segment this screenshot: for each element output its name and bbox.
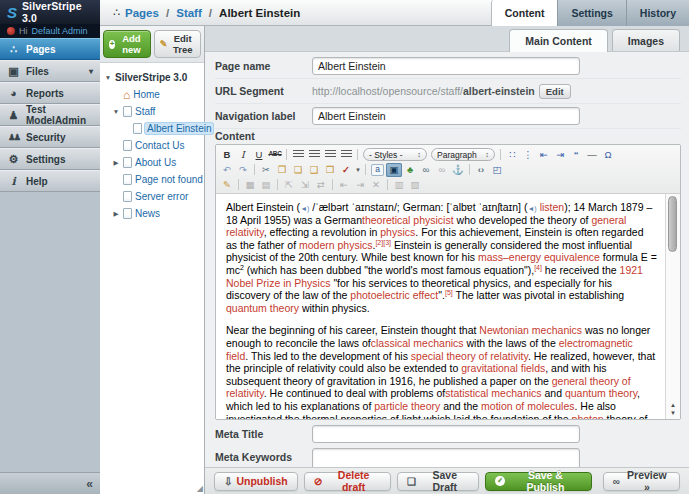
format-dropdown[interactable]: Paragraph ↕ xyxy=(431,148,495,161)
save-publish-button[interactable]: ✓ Save & Publish xyxy=(485,472,591,491)
page-name-input[interactable] xyxy=(312,57,580,75)
tree-item-about-us[interactable]: ▶ About Us xyxy=(102,154,202,171)
ordered-list-icon[interactable]: ⋮ xyxy=(520,148,536,162)
scroll-down-icon[interactable]: ▼ xyxy=(666,410,680,416)
sidebar-item-help[interactable]: i Help xyxy=(0,170,100,192)
edit-tree-button[interactable]: ✎ Edit Tree xyxy=(154,30,201,58)
link-icon[interactable]: ∞ xyxy=(418,163,434,177)
tree-item-server-error[interactable]: Server error xyxy=(102,188,202,205)
insert-col-before-icon[interactable]: ⇤ xyxy=(336,178,352,192)
edit-form-icon[interactable]: ✎ xyxy=(219,178,235,192)
paste-text-icon[interactable]: ❑ xyxy=(306,163,322,177)
paste-word-icon[interactable]: ❒ xyxy=(322,163,338,177)
align-right-icon[interactable] xyxy=(322,148,338,162)
tree-collapse-arrow-icon[interactable]: ▶ xyxy=(112,210,120,218)
paste-icon[interactable]: ❏ xyxy=(290,163,306,177)
special-char-icon[interactable]: Ω xyxy=(600,148,616,162)
separator[interactable] xyxy=(277,179,278,190)
save-draft-button[interactable]: ❏ Save Draft xyxy=(397,472,479,491)
insert-media-icon[interactable]: ▣ xyxy=(386,163,402,177)
tree-item-page-not-found[interactable]: Page not found xyxy=(102,171,202,188)
spellcheck-icon[interactable]: ✓ xyxy=(338,163,354,177)
anchor-icon[interactable]: ⚓ xyxy=(450,163,466,177)
tree-item-home[interactable]: ⌂ Home xyxy=(102,86,202,103)
styles-dropdown[interactable]: - Styles - ↕ xyxy=(363,148,427,161)
breadcrumb-link-staff[interactable]: Staff xyxy=(176,7,202,19)
insert-row-after-icon[interactable]: ⇲ xyxy=(297,178,313,192)
italic-icon[interactable]: I xyxy=(235,148,251,162)
subtab-main-content[interactable]: Main Content xyxy=(509,29,608,52)
copy-icon[interactable]: ❐ xyxy=(274,163,290,177)
undo-icon[interactable]: ↶ xyxy=(219,163,235,177)
bold-icon[interactable]: B xyxy=(219,148,235,162)
meta-keywords-input[interactable] xyxy=(312,448,580,467)
scroll-up-icon[interactable]: ▲ xyxy=(666,402,680,408)
sidebar-item-pages[interactable]: ∴ Pages xyxy=(0,38,100,60)
scrollbar-thumb[interactable] xyxy=(668,196,677,252)
delete-row-icon[interactable]: ⇄ xyxy=(313,178,329,192)
tree-root[interactable]: ▼ SilverStripe 3.0 xyxy=(102,69,202,86)
sidebar-item-security[interactable]: ♟♟ Security xyxy=(0,126,100,148)
insert-image-icon[interactable]: ♣ xyxy=(402,163,418,177)
tab-content[interactable]: Content xyxy=(491,0,558,26)
sidebar-item-settings[interactable]: ⚙ Settings xyxy=(0,148,100,170)
html-source-icon[interactable]: ‹› xyxy=(473,163,489,177)
insert-link-page-icon[interactable]: a xyxy=(371,164,384,176)
tree-item-albert-einstein[interactable]: Albert Einstein xyxy=(102,120,202,137)
delete-draft-button[interactable]: ⊘ Delete draft xyxy=(304,472,391,491)
separator[interactable] xyxy=(238,179,239,190)
indent-icon[interactable]: ⇥ xyxy=(552,148,568,162)
strikethrough-icon[interactable]: ABC xyxy=(267,148,283,162)
redo-icon[interactable]: ↷ xyxy=(235,163,251,177)
add-new-button[interactable]: + Add new xyxy=(103,30,151,58)
tree-item-news[interactable]: ▶ News xyxy=(102,205,202,222)
separator[interactable] xyxy=(286,149,287,160)
tree-collapse-arrow-icon[interactable]: ▼ xyxy=(112,108,120,115)
separator[interactable] xyxy=(332,179,333,190)
split-cells-icon[interactable]: ▥ xyxy=(391,178,407,192)
separator[interactable] xyxy=(500,149,501,160)
fullscreen-icon[interactable]: ◰ xyxy=(489,163,505,177)
unlink-icon[interactable]: ∞ xyxy=(434,163,450,177)
sidebar-item-files[interactable]: ▣ Files ▾ xyxy=(0,60,100,82)
tree-collapse-arrow-icon[interactable]: ▼ xyxy=(104,74,112,81)
meta-title-input[interactable] xyxy=(312,425,580,443)
insert-row-before-icon[interactable]: ⇱ xyxy=(281,178,297,192)
tree-item-staff[interactable]: ▼ Staff xyxy=(102,103,202,120)
tab-settings[interactable]: Settings xyxy=(557,0,625,26)
breadcrumb-link-pages[interactable]: Pages xyxy=(125,7,159,19)
unordered-list-icon[interactable]: ∷ xyxy=(504,148,520,162)
subtab-images[interactable]: Images xyxy=(612,29,680,51)
separator[interactable] xyxy=(365,164,366,175)
separator[interactable] xyxy=(469,164,470,175)
underline-icon[interactable]: U xyxy=(251,148,267,162)
cut-icon[interactable]: ✂ xyxy=(258,163,274,177)
align-justify-icon[interactable] xyxy=(338,148,354,162)
preview-button[interactable]: ∞ Preview » xyxy=(603,472,680,491)
merge-cells-icon[interactable]: ▧ xyxy=(407,178,423,192)
tree-collapse-arrow-icon[interactable]: ▶ xyxy=(112,159,120,167)
unpublish-button[interactable]: ⇩ Unpublish xyxy=(214,472,298,491)
table-props-icon[interactable]: ▤ xyxy=(258,178,274,192)
align-left-icon[interactable] xyxy=(290,148,306,162)
tree-item-contact-us[interactable]: Contact Us xyxy=(102,137,202,154)
outdent-icon[interactable]: ⇤ xyxy=(536,148,552,162)
delete-col-icon[interactable]: ✕ xyxy=(368,178,384,192)
sidebar-item-reports[interactable]: ◕ Reports xyxy=(0,82,100,104)
sidebar-item-test-modeladmin[interactable]: ♟ Test ModelAdmin xyxy=(0,104,100,126)
blockquote-icon[interactable]: “ xyxy=(568,148,584,162)
separator[interactable] xyxy=(254,164,255,175)
username-link[interactable]: Default Admin xyxy=(32,26,88,36)
separator[interactable] xyxy=(387,179,388,190)
insert-col-after-icon[interactable]: ⇥ xyxy=(352,178,368,192)
navigation-label-input[interactable] xyxy=(312,107,580,125)
dropdown-caret-icon[interactable]: ▾ xyxy=(354,163,362,177)
url-edit-button[interactable]: Edit xyxy=(539,84,571,99)
editor-scrollbar[interactable]: ▲ ▼ xyxy=(665,194,680,419)
table-icon[interactable]: ▦ xyxy=(242,178,258,192)
collapse-panel-button[interactable]: « xyxy=(0,472,100,494)
tab-history[interactable]: History xyxy=(626,0,689,26)
horizontal-rule-icon[interactable]: — xyxy=(584,148,600,162)
separator[interactable] xyxy=(357,149,358,160)
panel-resize-handle[interactable]: ◢ xyxy=(197,484,203,493)
